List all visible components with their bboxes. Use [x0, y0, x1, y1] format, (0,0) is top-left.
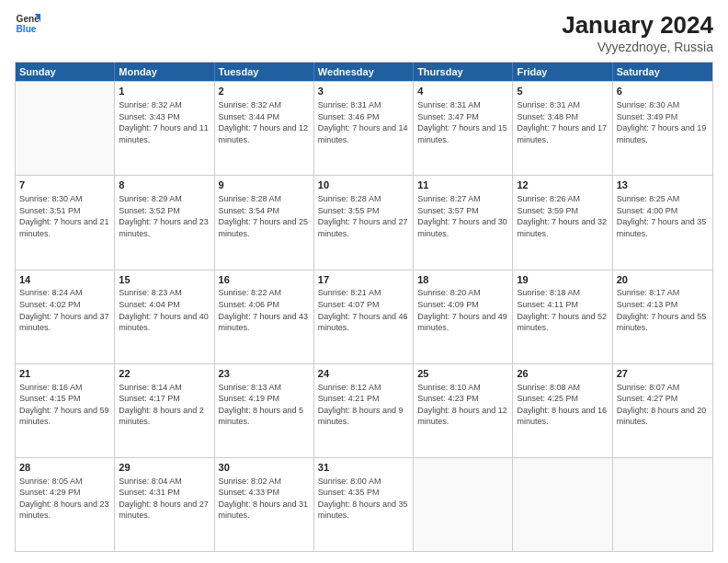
cell-info: Sunrise: 8:17 AMSunset: 4:13 PMDaylight:… — [617, 287, 709, 333]
header-saturday: Saturday — [613, 63, 712, 81]
cell-info: Sunrise: 8:20 AMSunset: 4:09 PMDaylight:… — [417, 287, 508, 333]
day-number: 7 — [19, 178, 110, 192]
table-row: 1Sunrise: 8:32 AMSunset: 3:43 PMDaylight… — [115, 82, 214, 175]
day-number: 15 — [119, 273, 210, 287]
day-number: 21 — [19, 367, 110, 381]
day-number: 24 — [318, 367, 409, 381]
cell-info: Sunrise: 8:10 AMSunset: 4:23 PMDaylight:… — [417, 382, 508, 428]
cell-info: Sunrise: 8:31 AMSunset: 3:47 PMDaylight:… — [417, 99, 508, 145]
cell-info: Sunrise: 8:28 AMSunset: 3:54 PMDaylight:… — [219, 193, 310, 239]
header-tuesday: Tuesday — [215, 63, 314, 81]
cell-info: Sunrise: 8:32 AMSunset: 3:43 PMDaylight:… — [119, 99, 210, 145]
day-number: 12 — [517, 178, 608, 192]
cell-info: Sunrise: 8:29 AMSunset: 3:52 PMDaylight:… — [119, 193, 210, 239]
day-number: 8 — [119, 178, 210, 192]
day-number: 14 — [19, 273, 110, 287]
page: General Blue January 2024 Vyyezdnoye, Ru… — [0, 0, 728, 563]
table-row: 2Sunrise: 8:32 AMSunset: 3:44 PMDaylight… — [215, 82, 314, 175]
calendar-body: 1Sunrise: 8:32 AMSunset: 3:43 PMDaylight… — [16, 81, 712, 551]
table-row: 23Sunrise: 8:13 AMSunset: 4:19 PMDayligh… — [215, 364, 314, 457]
title-block: January 2024 Vyyezdnoye, Russia — [562, 11, 713, 54]
table-row: 26Sunrise: 8:08 AMSunset: 4:25 PMDayligh… — [513, 364, 612, 457]
svg-text:Blue: Blue — [17, 24, 37, 34]
day-number: 11 — [417, 178, 508, 192]
day-number: 13 — [617, 178, 709, 192]
cell-info: Sunrise: 8:27 AMSunset: 3:57 PMDaylight:… — [417, 193, 508, 239]
header-wednesday: Wednesday — [314, 63, 414, 81]
table-row: 25Sunrise: 8:10 AMSunset: 4:23 PMDayligh… — [414, 364, 513, 457]
cell-info: Sunrise: 8:07 AMSunset: 4:27 PMDaylight:… — [617, 382, 709, 428]
logo: General Blue — [15, 11, 40, 37]
table-row: 4Sunrise: 8:31 AMSunset: 3:47 PMDaylight… — [414, 82, 513, 175]
day-number: 22 — [119, 367, 210, 381]
table-row — [16, 82, 115, 175]
header-monday: Monday — [115, 63, 214, 81]
table-row: 19Sunrise: 8:18 AMSunset: 4:11 PMDayligh… — [513, 270, 612, 363]
table-row: 28Sunrise: 8:05 AMSunset: 4:29 PMDayligh… — [16, 458, 115, 551]
cell-info: Sunrise: 8:14 AMSunset: 4:17 PMDaylight:… — [119, 382, 210, 428]
calendar: Sunday Monday Tuesday Wednesday Thursday… — [15, 62, 713, 552]
cell-info: Sunrise: 8:31 AMSunset: 3:46 PMDaylight:… — [318, 99, 409, 145]
header-sunday: Sunday — [16, 63, 115, 81]
day-number: 30 — [219, 461, 310, 475]
day-number: 3 — [318, 85, 409, 98]
day-number: 19 — [517, 273, 608, 287]
header: General Blue January 2024 Vyyezdnoye, Ru… — [15, 11, 713, 54]
header-thursday: Thursday — [414, 63, 513, 81]
day-number: 17 — [318, 273, 409, 287]
table-row: 21Sunrise: 8:16 AMSunset: 4:15 PMDayligh… — [16, 364, 115, 457]
header-friday: Friday — [513, 63, 612, 81]
logo-icon: General Blue — [15, 11, 40, 37]
cell-info: Sunrise: 8:25 AMSunset: 4:00 PMDaylight:… — [617, 193, 709, 239]
cell-info: Sunrise: 8:26 AMSunset: 3:59 PMDaylight:… — [517, 193, 608, 239]
table-row: 29Sunrise: 8:04 AMSunset: 4:31 PMDayligh… — [115, 458, 214, 551]
table-row: 22Sunrise: 8:14 AMSunset: 4:17 PMDayligh… — [115, 364, 214, 457]
day-number: 1 — [119, 85, 210, 98]
week-row-5: 28Sunrise: 8:05 AMSunset: 4:29 PMDayligh… — [16, 457, 712, 551]
table-row: 6Sunrise: 8:30 AMSunset: 3:49 PMDaylight… — [613, 82, 712, 175]
table-row: 12Sunrise: 8:26 AMSunset: 3:59 PMDayligh… — [513, 176, 612, 269]
table-row: 18Sunrise: 8:20 AMSunset: 4:09 PMDayligh… — [414, 270, 513, 363]
cell-info: Sunrise: 8:18 AMSunset: 4:11 PMDaylight:… — [517, 287, 608, 333]
cell-info: Sunrise: 8:02 AMSunset: 4:33 PMDaylight:… — [219, 476, 310, 522]
day-number: 4 — [417, 85, 508, 98]
table-row — [513, 458, 612, 551]
week-row-2: 7Sunrise: 8:30 AMSunset: 3:51 PMDaylight… — [16, 175, 712, 269]
cell-info: Sunrise: 8:28 AMSunset: 3:55 PMDaylight:… — [318, 193, 409, 239]
table-row: 8Sunrise: 8:29 AMSunset: 3:52 PMDaylight… — [115, 176, 214, 269]
cell-info: Sunrise: 8:00 AMSunset: 4:35 PMDaylight:… — [318, 476, 409, 522]
table-row: 14Sunrise: 8:24 AMSunset: 4:02 PMDayligh… — [16, 270, 115, 363]
day-number: 20 — [617, 273, 709, 287]
table-row — [613, 458, 712, 551]
day-number: 29 — [119, 461, 210, 475]
day-number: 16 — [219, 273, 310, 287]
day-number: 31 — [318, 461, 409, 475]
cell-info: Sunrise: 8:23 AMSunset: 4:04 PMDaylight:… — [119, 287, 210, 333]
cell-info: Sunrise: 8:04 AMSunset: 4:31 PMDaylight:… — [119, 476, 210, 522]
day-number: 18 — [417, 273, 508, 287]
table-row: 10Sunrise: 8:28 AMSunset: 3:55 PMDayligh… — [314, 176, 414, 269]
table-row: 5Sunrise: 8:31 AMSunset: 3:48 PMDaylight… — [513, 82, 612, 175]
week-row-3: 14Sunrise: 8:24 AMSunset: 4:02 PMDayligh… — [16, 270, 712, 363]
cell-info: Sunrise: 8:08 AMSunset: 4:25 PMDaylight:… — [517, 382, 608, 428]
day-number: 10 — [318, 178, 409, 192]
cell-info: Sunrise: 8:31 AMSunset: 3:48 PMDaylight:… — [517, 99, 608, 145]
cell-info: Sunrise: 8:13 AMSunset: 4:19 PMDaylight:… — [219, 382, 310, 428]
table-row: 31Sunrise: 8:00 AMSunset: 4:35 PMDayligh… — [314, 458, 414, 551]
table-row: 7Sunrise: 8:30 AMSunset: 3:51 PMDaylight… — [16, 176, 115, 269]
calendar-header: Sunday Monday Tuesday Wednesday Thursday… — [16, 63, 712, 81]
week-row-1: 1Sunrise: 8:32 AMSunset: 3:43 PMDaylight… — [16, 81, 712, 175]
calendar-title: January 2024 — [562, 11, 713, 40]
cell-info: Sunrise: 8:16 AMSunset: 4:15 PMDaylight:… — [19, 382, 110, 428]
day-number: 28 — [19, 461, 110, 475]
day-number: 26 — [517, 367, 608, 381]
cell-info: Sunrise: 8:05 AMSunset: 4:29 PMDaylight:… — [19, 476, 110, 522]
day-number: 9 — [219, 178, 310, 192]
table-row: 9Sunrise: 8:28 AMSunset: 3:54 PMDaylight… — [215, 176, 314, 269]
cell-info: Sunrise: 8:32 AMSunset: 3:44 PMDaylight:… — [219, 99, 310, 145]
week-row-4: 21Sunrise: 8:16 AMSunset: 4:15 PMDayligh… — [16, 363, 712, 457]
calendar-subtitle: Vyyezdnoye, Russia — [562, 40, 713, 54]
cell-info: Sunrise: 8:12 AMSunset: 4:21 PMDaylight:… — [318, 382, 409, 428]
table-row: 20Sunrise: 8:17 AMSunset: 4:13 PMDayligh… — [613, 270, 712, 363]
table-row: 13Sunrise: 8:25 AMSunset: 4:00 PMDayligh… — [613, 176, 712, 269]
